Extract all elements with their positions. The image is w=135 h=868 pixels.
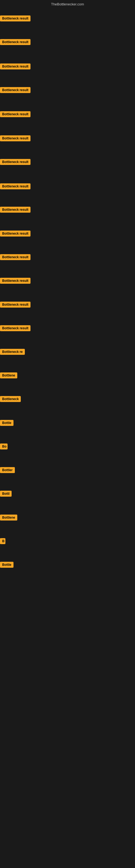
bottleneck-badge: Bottleneck <box>0 396 21 402</box>
bottleneck-badge: Bottle <box>0 562 13 568</box>
bottleneck-badge: Bo <box>0 443 8 450</box>
bottleneck-result-item[interactable]: Bottlene <box>0 372 17 379</box>
bottleneck-result-item[interactable]: Bottleneck result <box>0 111 31 118</box>
bottleneck-result-item[interactable]: Bottlene <box>0 515 17 522</box>
bottleneck-result-item[interactable]: Bottleneck result <box>0 87 31 94</box>
bottleneck-result-item[interactable]: Bottleneck re <box>0 349 25 356</box>
bottleneck-badge: Bottlene <box>0 372 17 378</box>
bottleneck-badge: Bottleneck result <box>0 87 31 93</box>
bottleneck-result-item[interactable]: Bottleneck result <box>0 16 31 23</box>
bottleneck-badge: Bottleneck result <box>0 325 31 331</box>
bottleneck-result-item[interactable]: B <box>0 538 5 545</box>
bottleneck-badge: B <box>0 538 5 544</box>
bottleneck-badge: Bottleneck result <box>0 230 31 237</box>
bottleneck-result-item[interactable]: Bottleneck result <box>0 278 31 285</box>
bottleneck-badge: Bottlene <box>0 515 17 521</box>
bottleneck-result-item[interactable]: Bottle <box>0 420 13 427</box>
bottleneck-badge: Bottleneck result <box>0 207 31 213</box>
bottleneck-badge: Bottleneck result <box>0 39 31 45</box>
site-header: TheBottlenecker.com <box>0 0 135 7</box>
bottleneck-result-item[interactable]: Bottleneck result <box>0 325 31 332</box>
bottleneck-result-item[interactable]: Bottleneck result <box>0 302 31 309</box>
bottleneck-result-item[interactable]: Bottleneck <box>0 396 21 403</box>
bottleneck-result-item[interactable]: Bottl <box>0 491 12 498</box>
bottleneck-badge: Bottleneck result <box>0 111 31 117</box>
bottleneck-result-item[interactable]: Bottleneck result <box>0 135 31 143</box>
bottleneck-result-item[interactable]: Bottleneck result <box>0 63 31 70</box>
bottleneck-badge: Bottleneck result <box>0 302 31 308</box>
bottleneck-badge: Bottl <box>0 491 12 497</box>
bottleneck-result-item[interactable]: Bo <box>0 443 8 451</box>
bottleneck-badge: Bottleneck re <box>0 349 25 355</box>
bottleneck-badge: Bottleneck result <box>0 183 31 189</box>
bottleneck-result-item[interactable]: Bottleneck result <box>0 230 31 238</box>
bottleneck-badge: Bottle <box>0 420 13 426</box>
bottleneck-badge: Bottleneck result <box>0 63 31 69</box>
bottleneck-badge: Bottleneck result <box>0 159 31 165</box>
bottleneck-result-item[interactable]: Bottler <box>0 467 15 474</box>
bottleneck-badge: Bottleneck result <box>0 16 31 22</box>
bottleneck-result-item[interactable]: Bottleneck result <box>0 183 31 190</box>
bottleneck-result-item[interactable]: Bottle <box>0 562 13 569</box>
bottleneck-badge: Bottler <box>0 467 15 473</box>
bottleneck-badge: Bottleneck result <box>0 278 31 284</box>
bottleneck-badge: Bottleneck result <box>0 254 31 260</box>
bottleneck-result-item[interactable]: Bottleneck result <box>0 207 31 214</box>
bottleneck-result-item[interactable]: Bottleneck result <box>0 159 31 166</box>
bottleneck-result-item[interactable]: Bottleneck result <box>0 39 31 46</box>
bottleneck-result-item[interactable]: Bottleneck result <box>0 254 31 261</box>
bottleneck-badge: Bottleneck result <box>0 135 31 141</box>
